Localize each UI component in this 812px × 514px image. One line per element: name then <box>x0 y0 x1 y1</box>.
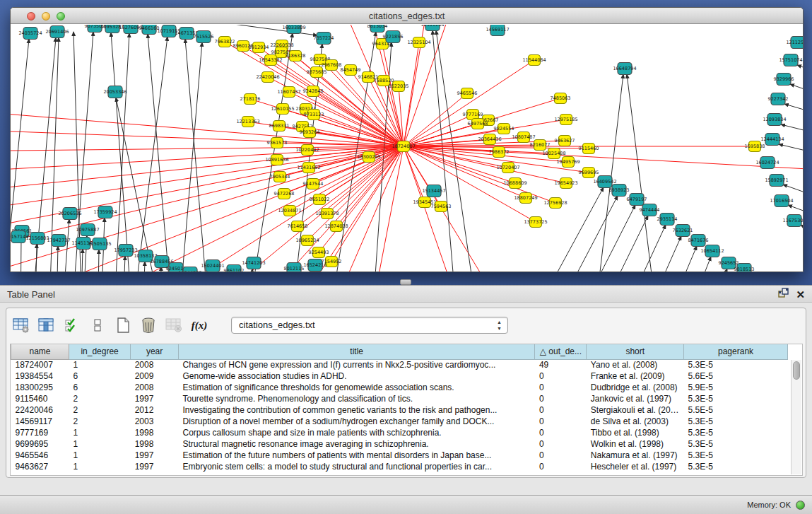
table-row[interactable]: 977716911998Corpus callosum shape and si… <box>11 427 788 438</box>
graph-node[interactable]: 9329966 <box>774 74 794 86</box>
citation-edge-black[interactable] <box>552 205 635 272</box>
table-cell[interactable]: 1998 <box>131 438 179 450</box>
graph-node[interactable]: 15134457 <box>422 185 445 197</box>
table-cell[interactable]: Structural magnetic resonance image aver… <box>179 438 535 450</box>
table-cell[interactable]: 1 <box>69 450 131 461</box>
table-cell[interactable]: 9777169 <box>11 427 69 438</box>
table-row[interactable]: 946554611997Estimation of the future num… <box>11 450 788 461</box>
graph-node[interactable]: 20053346 <box>103 86 126 98</box>
table-cell[interactable]: Yano et al. (2008) <box>587 359 684 370</box>
table-cell[interactable]: Investigating the contribution of common… <box>179 404 535 416</box>
graph-node[interactable]: 12610155 <box>271 104 294 115</box>
table-cell[interactable]: Stergiakouli et al. (2012) <box>587 404 684 416</box>
graph-node[interactable]: 10891636 <box>265 155 288 165</box>
table-cell[interactable]: 5.3E-5 <box>684 461 788 472</box>
graph-node[interactable]: 15751074 <box>779 54 802 66</box>
table-cell[interactable]: 9115460 <box>11 393 69 404</box>
table-cell[interactable]: 2 <box>69 393 131 404</box>
graph-node[interactable]: 8454749 <box>341 65 361 76</box>
table-cell[interactable]: 2009 <box>131 370 179 382</box>
table-cell[interactable]: Nakamura et al. (1997) <box>587 450 684 461</box>
graph-node[interactable]: 9254493 <box>309 247 329 258</box>
graph-node[interactable]: 8938923 <box>609 185 630 197</box>
table-cell[interactable]: 9465546 <box>11 450 69 461</box>
citation-edge-black[interactable] <box>534 196 618 272</box>
table-cell[interactable]: Wolkin et al. (1998) <box>587 438 684 450</box>
table-cell[interactable]: 18300295 <box>11 382 69 393</box>
table-row[interactable]: 1872400712008Changes of HCN gene express… <box>11 359 788 370</box>
column-header-title[interactable]: title <box>179 344 535 359</box>
delete-column-icon[interactable] <box>139 316 158 334</box>
graph-node[interactable]: 10688609 <box>503 178 526 189</box>
table-cell[interactable]: 18724007 <box>11 359 69 370</box>
graph-node[interactable]: 9466160 <box>139 25 160 35</box>
citation-edge-red[interactable] <box>404 146 555 203</box>
graph-node[interactable]: 7905344 <box>270 172 290 182</box>
citation-edge-black[interactable] <box>781 124 804 134</box>
table-vertical-scrollbar[interactable] <box>791 360 801 474</box>
graph-node[interactable]: 12756928 <box>543 198 567 209</box>
table-cell[interactable]: 0 <box>535 450 587 461</box>
scrollbar-thumb[interactable] <box>793 361 800 380</box>
column-header-in_degree[interactable]: in_degree <box>69 344 131 359</box>
citation-edge-black[interactable] <box>56 246 58 272</box>
table-cell[interactable]: Estimation of significance thresholds fo… <box>179 382 535 393</box>
graph-node[interactable]: 12505135 <box>88 238 111 250</box>
graph-node[interactable]: 16033809 <box>282 25 305 34</box>
table-cell[interactable]: 0 <box>535 382 587 393</box>
table-row[interactable]: 969969511998Structural magnetic resonanc… <box>11 438 788 450</box>
table-cell[interactable]: 1997 <box>131 450 179 461</box>
column-header-short[interactable]: short <box>587 344 684 359</box>
table-cell[interactable]: 0 <box>535 427 587 438</box>
graph-node[interactable]: 7485063 <box>551 93 571 104</box>
citation-edge-black[interactable] <box>122 256 125 272</box>
table-cell[interactable]: 2008 <box>131 382 179 393</box>
graph-node[interactable]: 2935114 <box>657 214 678 226</box>
citation-edge-black[interactable] <box>586 225 666 272</box>
graph-node[interactable]: 8813034 <box>367 25 388 33</box>
graph-node[interactable]: 10965234 <box>295 235 319 246</box>
citation-edge-black[interactable] <box>98 250 99 272</box>
table-row[interactable]: 1830029562008Estimation of significance … <box>11 382 788 393</box>
graph-node[interactable]: 10654112 <box>700 245 724 257</box>
graph-node[interactable]: 9699695 <box>579 168 599 178</box>
graph-node[interactable]: 24035724 <box>18 28 42 40</box>
column-header-out_de[interactable]: △ out_de... <box>535 344 587 359</box>
graph-node[interactable]: 10807487 <box>512 132 535 143</box>
table-cell[interactable]: 0 <box>535 416 587 427</box>
graph-node[interactable]: 10720407 <box>496 163 519 173</box>
table-cell[interactable]: Franke et al. (2009) <box>587 370 684 382</box>
memory-ok-indicator[interactable] <box>796 501 805 510</box>
graph-node[interactable]: 9361573 <box>267 138 288 148</box>
graph-node[interactable]: 11544084 <box>522 55 546 66</box>
citation-network-graph[interactable]: 7963822896012889129342226053898275058186… <box>11 25 804 272</box>
select-columns-icon[interactable] <box>63 316 81 334</box>
table-cell[interactable]: 5.3E-5 <box>684 416 788 427</box>
table-cell[interactable]: 1 <box>69 359 131 370</box>
graph-node[interactable]: 8012115 <box>284 263 305 273</box>
network-canvas[interactable]: 7963822896012889129342226053898275058186… <box>11 25 803 271</box>
table-row[interactable]: 1938455462009Genome-wide association stu… <box>11 370 788 382</box>
graph-node[interactable]: 9242848 <box>303 86 324 97</box>
graph-node[interactable]: 12093834 <box>763 114 786 126</box>
show-columns-icon[interactable] <box>37 316 56 334</box>
table-cell[interactable]: 1997 <box>131 393 179 404</box>
table-cell[interactable]: 5.3E-5 <box>684 393 788 404</box>
table-cell[interactable]: 0 <box>535 370 587 382</box>
table-cell[interactable]: Dudbridge et al. (2008) <box>587 382 684 393</box>
graph-node[interactable]: 10220442 <box>295 145 319 156</box>
row-height-icon[interactable] <box>88 316 107 334</box>
graph-node[interactable]: 9115460 <box>579 144 599 154</box>
table-cell[interactable]: 1 <box>69 438 131 450</box>
table-cell[interactable]: 14569117 <box>11 416 69 427</box>
split-divider-handle[interactable] <box>400 279 411 285</box>
table-row[interactable]: 1456911722003Disruption of a novel membe… <box>11 416 788 427</box>
table-cell[interactable]: 5.3E-5 <box>684 438 788 450</box>
citation-edge-black[interactable] <box>566 216 648 272</box>
table-cell[interactable]: 1 <box>69 461 131 472</box>
citation-edge-black[interactable] <box>784 104 804 115</box>
table-row[interactable]: 946362711997Embryonic stem cells: a mode… <box>11 461 788 472</box>
table-cell[interactable]: Estimation of the future numbers of pati… <box>179 450 535 461</box>
table-cell[interactable]: Changes of HCN gene expression and I(f) … <box>179 359 535 370</box>
table-cell[interactable]: 2 <box>69 416 131 427</box>
